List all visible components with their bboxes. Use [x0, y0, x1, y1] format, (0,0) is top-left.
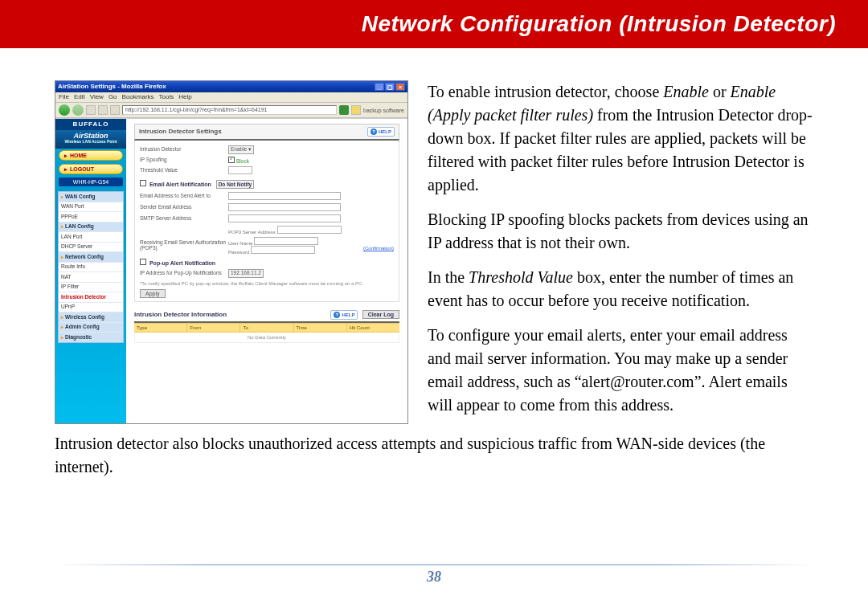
help-button[interactable]: ?HELP [367, 127, 395, 137]
label-email-from: Sender Email Address [140, 205, 228, 210]
select-intrusion-detector[interactable]: Enable ▾ [228, 145, 254, 154]
sidebar-item-lan-port[interactable]: LAN Port [59, 232, 123, 243]
menu-view[interactable]: View [90, 94, 104, 100]
page-number: 38 [55, 569, 813, 586]
col-from: From [187, 324, 240, 332]
col-type: Type [134, 324, 187, 332]
popup-note: *To notify specified PC by pop-up window… [140, 279, 394, 289]
label-auth: Receiving Email Server Authorization (PO… [140, 240, 228, 251]
footer-divider [55, 564, 813, 565]
label-popup-ip: IP Address for Pop-Up Notifications [140, 271, 228, 276]
clear-log-button[interactable]: Clear Log [362, 310, 399, 319]
sidebar-item-nat[interactable]: NAT [59, 272, 123, 283]
sidebar-item-intrusion-detector[interactable]: Intrusion Detector [59, 292, 123, 303]
back-icon[interactable] [59, 104, 70, 116]
panel-header: Intrusion Detector Settings ?HELP [134, 124, 399, 141]
label-ip-spoofing: IP Spoofing [140, 157, 228, 163]
window-title: AirStation Settings - Mozilla Firefox [58, 84, 166, 90]
go-icon[interactable] [339, 105, 349, 115]
checkbox-ip-spoofing[interactable] [228, 157, 235, 163]
sidebar-item-pppoe[interactable]: PPPoE [59, 212, 123, 222]
product-name: AirStation Wireless LAN Access Point [55, 130, 126, 149]
nav-tree: ▸WAN Config WAN Port PPPoE ▸LAN Config L… [58, 191, 124, 343]
label-intrusion-detector: Intrusion Detector [140, 147, 228, 153]
email-section-header: Email Alert Notification Do Not Notify [140, 177, 394, 191]
info-title: Intrusion Detector Information [134, 312, 227, 318]
model-label: WHR-HP-G54 [59, 178, 123, 186]
menu-bookmarks[interactable]: Bookmarks [122, 94, 154, 100]
menu-go[interactable]: Go [108, 94, 117, 100]
sidebar-item-admin-config[interactable]: ▸Admin Config [59, 323, 123, 333]
info-header: Intrusion Detector Information ?HELP Cle… [134, 308, 399, 323]
sidebar-item-wireless-config[interactable]: ▸Wireless Config [59, 312, 123, 323]
home-icon[interactable] [110, 105, 120, 115]
chapter-banner: Network Configuration (Intrusion Detecto… [0, 0, 868, 48]
sidebar-item-lan-config[interactable]: ▸LAN Config [59, 222, 123, 233]
confirmation-link[interactable]: (Confirmation) [363, 246, 394, 251]
help-icon: ? [334, 312, 340, 318]
embedded-screenshot: AirStation Settings - Mozilla Firefox _ … [55, 80, 408, 424]
help-button-2[interactable]: ?HELP [330, 310, 358, 320]
sidebar-item-dhcp[interactable]: DHCP Server [59, 243, 123, 253]
apply-button[interactable]: Apply [140, 289, 166, 298]
label-smtp: SMTP Server Address [140, 216, 228, 222]
input-username[interactable] [254, 237, 318, 245]
input-smtp[interactable] [228, 214, 341, 222]
settings-panel: Intrusion Detector Settings ?HELP Intrus… [126, 119, 407, 423]
forward-icon[interactable] [72, 104, 84, 116]
popup-section-header: Pop-up Alert Notification [140, 255, 394, 267]
log-table-empty: No Data Currently [134, 333, 399, 343]
sidebar-item-network-config[interactable]: ▸Network Config [59, 252, 123, 263]
bookmark-icon[interactable] [351, 105, 361, 115]
input-popup-ip[interactable]: 192.168.11.2 [228, 269, 264, 278]
paragraph-5: Intrusion detector also blocks unauthori… [55, 432, 813, 479]
home-button[interactable]: ▸HOME [59, 150, 123, 161]
minimize-icon[interactable]: _ [375, 83, 384, 91]
menu-edit[interactable]: Edit [74, 94, 85, 100]
menu-help[interactable]: Help [178, 94, 191, 100]
browser-toolbar: http://192.168.11.1/cgi-bin/cgi?req=frm&… [55, 103, 407, 118]
input-pop3[interactable] [277, 226, 342, 234]
sidebar-item-wan-config[interactable]: ▸WAN Config [59, 192, 123, 202]
sidebar-item-upnp[interactable]: UPnP [59, 303, 123, 313]
label-pop3: POP3 Server Address [228, 230, 276, 235]
logout-button[interactable]: ▸LOGOUT [59, 164, 123, 174]
input-email-from[interactable] [228, 203, 341, 211]
close-icon[interactable]: × [395, 83, 405, 91]
menu-tools[interactable]: Tools [159, 94, 174, 100]
bookmark-label[interactable]: backup software [363, 108, 404, 113]
input-threshold[interactable] [228, 166, 252, 174]
select-email-notify[interactable]: Do Not Notify [216, 180, 255, 189]
log-table-header: Type From To Time Hit Count [134, 323, 399, 333]
col-hitcount: Hit Count [347, 324, 399, 332]
label-username: User Name [228, 241, 252, 246]
maximize-icon[interactable]: ▢ [385, 83, 395, 91]
reload-icon[interactable] [86, 105, 96, 115]
input-email-to[interactable] [228, 192, 341, 200]
stop-icon[interactable] [98, 105, 108, 115]
browser-menubar: File Edit View Go Bookmarks Tools Help [55, 92, 407, 103]
panel-title: Intrusion Detector Settings [139, 129, 222, 135]
col-to: To [240, 324, 293, 332]
menu-file[interactable]: File [59, 94, 69, 100]
banner-title: Network Configuration (Intrusion Detecto… [362, 11, 836, 36]
help-icon: ? [371, 129, 377, 135]
brand-logo: BUFFALO [55, 119, 126, 130]
address-bar[interactable]: http://192.168.11.1/cgi-bin/cgi?req=frm&… [122, 105, 337, 115]
label-email-to: Email Address to Send Alert to [140, 194, 228, 199]
window-titlebar: AirStation Settings - Mozilla Firefox _ … [55, 81, 407, 92]
sidebar-item-wan-port[interactable]: WAN Port [59, 202, 123, 213]
sidebar-item-ipfilter[interactable]: IP Filter [59, 283, 123, 293]
label-threshold: Threshold Value [140, 168, 228, 173]
router-sidebar: BUFFALO AirStation Wireless LAN Access P… [55, 119, 126, 423]
col-time: Time [294, 324, 347, 332]
sidebar-item-diagnostic[interactable]: ▸Diagnostic [59, 333, 123, 342]
sidebar-item-route[interactable]: Route Info [59, 263, 123, 273]
label-password: Password [228, 250, 249, 255]
checkbox-email-notify[interactable] [140, 180, 146, 186]
checkbox-popup-notify[interactable] [140, 259, 146, 265]
page-footer: 38 [55, 564, 813, 586]
input-password[interactable] [251, 246, 315, 254]
